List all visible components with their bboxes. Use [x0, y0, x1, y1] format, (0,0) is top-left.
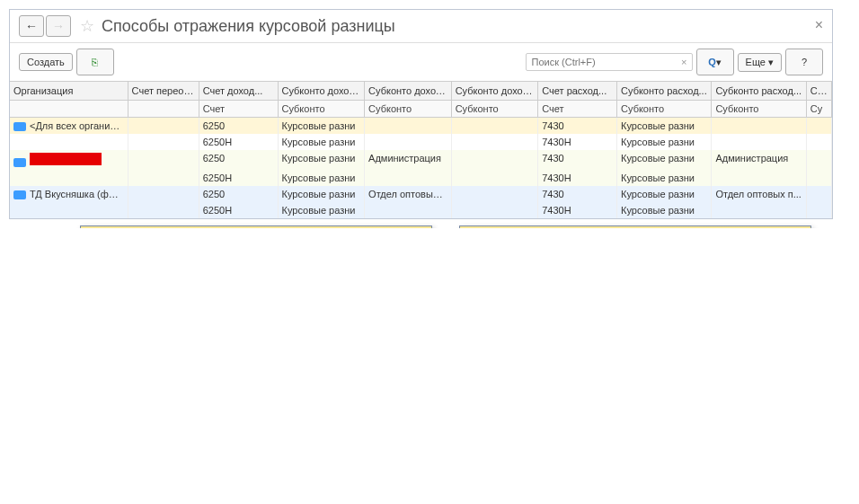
search-input[interactable] [526, 53, 693, 71]
favorite-icon[interactable]: ☆ [80, 16, 94, 36]
main-table: Организация Счет переоценки Счет доход..… [10, 81, 832, 218]
col-reval[interactable]: Счет переоценки [128, 82, 199, 101]
dialog-expense-titlebar[interactable]: Курсовые разницы (Статья затрат) (1С:Пре… [460, 226, 810, 228]
forward-button[interactable]: → [46, 15, 71, 37]
clear-search-icon[interactable]: × [681, 57, 686, 67]
table-row[interactable]: 6250НКурсовые разни7430НКурсовые разни [10, 170, 832, 186]
search-button[interactable]: Q ▾ [696, 49, 734, 75]
table-row[interactable]: ТД Вкусняшка (филиал "ТД ...6250Курсовые… [10, 186, 832, 202]
help-button[interactable]: ? [785, 49, 823, 75]
main-toolbar: Создать ⎘ × Q ▾ Еще ▾ ? [10, 43, 832, 81]
col-org[interactable]: Организация [10, 82, 128, 101]
dialog-income: Курсовые разницы (Доход) (1С:Предприятие… [80, 225, 432, 228]
table-row[interactable]: <Для всех организаций>6250Курсовые разни… [10, 118, 832, 134]
page-title: Способы отражения курсовой разницы [102, 17, 395, 36]
dialog-expense: Курсовые разницы (Статья затрат) (1С:Пре… [459, 225, 811, 228]
copy-button[interactable]: ⎘ [76, 49, 114, 75]
close-icon[interactable]: × [815, 17, 823, 33]
titlebar: ← → ☆ Способы отражения курсовой разницы… [10, 10, 832, 43]
table-row[interactable]: 6250Курсовые разниАдминистрация7430Курсо… [10, 150, 832, 170]
dialog-income-titlebar[interactable]: Курсовые разницы (Доход) (1С:Предприятие… [81, 226, 431, 228]
table-row[interactable]: 6250НКурсовые разни7430НКурсовые разни [10, 202, 832, 218]
table-row[interactable]: 6250НКурсовые разни7430НКурсовые разни [10, 134, 832, 150]
main-window: ← → ☆ Способы отражения курсовой разницы… [9, 9, 833, 219]
back-button[interactable]: ← [19, 15, 44, 37]
create-button[interactable]: Создать [19, 53, 73, 71]
more-button[interactable]: Еще ▾ [738, 53, 782, 72]
